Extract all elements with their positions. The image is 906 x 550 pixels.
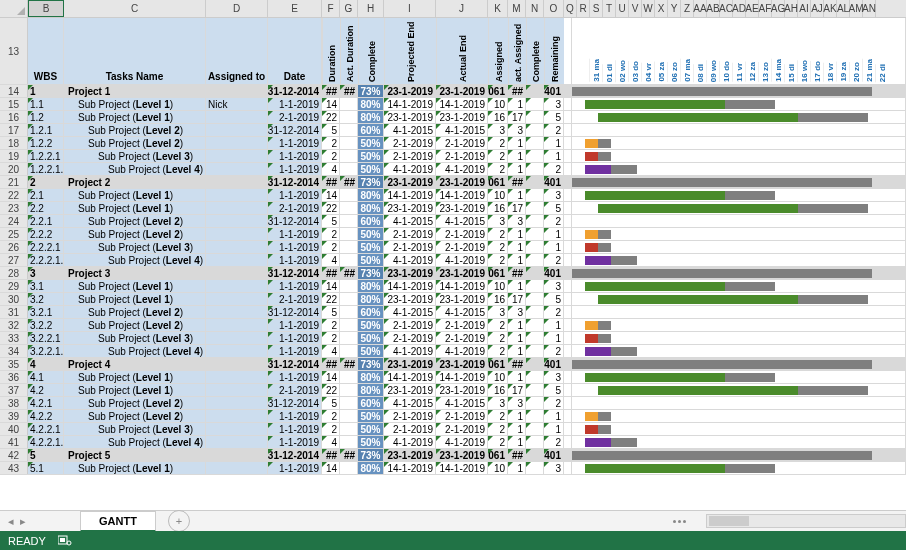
gantt-cell[interactable] (572, 267, 906, 279)
cell-complete-n[interactable] (526, 345, 544, 357)
gantt-cell[interactable] (572, 449, 906, 461)
cell-task-name[interactable]: Project 5 (64, 449, 206, 461)
col-AM[interactable]: AM (850, 0, 863, 17)
cell-assigned[interactable] (206, 384, 268, 396)
row-number[interactable]: 24 (0, 215, 28, 227)
col-V[interactable]: V (629, 0, 642, 17)
tab-nav-buttons[interactable]: ◂ ▸ (0, 515, 80, 528)
column-ruler[interactable]: BCDEFGHIJKMNOQRSTUVWXYZAAABACADAEAFAGAHA… (0, 0, 906, 18)
row-number[interactable]: 35 (0, 358, 28, 370)
cell-remaining[interactable]: 3 (544, 280, 564, 292)
cell-complete-n[interactable] (526, 371, 544, 383)
cell-date[interactable]: 31-12-2014 (268, 306, 322, 318)
cell-task-name[interactable]: Sub Project (Level 4) (64, 163, 206, 175)
cell-complete-n[interactable] (526, 150, 544, 162)
cell-projected-end[interactable]: 14-1-2019 (384, 189, 436, 201)
cell-complete[interactable]: 50% (358, 254, 384, 266)
cell-pct-assigned[interactable]: 1 (508, 98, 526, 110)
cell-assigned[interactable] (206, 150, 268, 162)
cell-remaining[interactable]: 1 (544, 137, 564, 149)
cell-complete[interactable]: 50% (358, 410, 384, 422)
cell-complete-n[interactable] (526, 358, 544, 370)
cell-assigned-n[interactable]: 10 (488, 189, 508, 201)
cell-pct-assigned[interactable]: 1 (508, 189, 526, 201)
cell-duration[interactable]: 4 (322, 345, 340, 357)
cell-pct-assigned[interactable]: 3 (508, 124, 526, 136)
row-number[interactable]: 31 (0, 306, 28, 318)
cell-task-name[interactable]: Project 1 (64, 85, 206, 97)
cell-wbs[interactable]: 1 (28, 85, 64, 97)
cell-assigned[interactable] (206, 124, 268, 136)
row-number[interactable]: 25 (0, 228, 28, 240)
cell-act-duration[interactable] (340, 189, 358, 201)
cell-remaining[interactable]: 5 (544, 384, 564, 396)
cell-date[interactable]: 1-1-2019 (268, 462, 322, 474)
cell-remaining[interactable]: 5 (544, 202, 564, 214)
cell-pct-assigned[interactable]: 1 (508, 332, 526, 344)
cell-remaining[interactable]: 401 (544, 267, 564, 279)
cell-complete-n[interactable] (526, 215, 544, 227)
cell-task-name[interactable]: Sub Project (Level 1) (64, 189, 206, 201)
cell-actual-end[interactable]: 4-1-2019 (436, 163, 488, 175)
cell-duration[interactable]: 2 (322, 228, 340, 240)
cell-wbs[interactable]: 5.1 (28, 462, 64, 474)
cell-actual-end[interactable]: 23-1-2019 (436, 202, 488, 214)
cell-actual-end[interactable]: 23-1-2019 (436, 384, 488, 396)
cell-complete[interactable]: 50% (358, 423, 384, 435)
spreadsheet-grid[interactable]: BCDEFGHIJKMNOQRSTUVWXYZAAABACADAEAFAGAHA… (0, 0, 906, 510)
cell-remaining[interactable]: 2 (544, 397, 564, 409)
cell-pct-assigned[interactable]: 1 (508, 228, 526, 240)
cell-projected-end[interactable]: 14-1-2019 (384, 280, 436, 292)
hdr-remaining[interactable]: Remaining (544, 18, 564, 84)
tab-gantt[interactable]: GANTT (80, 511, 156, 532)
cell-remaining[interactable]: 401 (544, 85, 564, 97)
cell-assigned-n[interactable]: 3 (488, 215, 508, 227)
col-H[interactable]: H (358, 0, 384, 17)
cell-projected-end[interactable]: 4-1-2019 (384, 436, 436, 448)
col-J[interactable]: J (436, 0, 488, 17)
cell-task-name[interactable]: Sub Project (Level 1) (64, 111, 206, 123)
cell-date[interactable]: 1-1-2019 (268, 280, 322, 292)
cell-projected-end[interactable]: 23-1-2019 (384, 384, 436, 396)
cell-duration[interactable]: 14 (322, 280, 340, 292)
tab-prev-icon[interactable]: ◂ (8, 515, 14, 528)
row-number[interactable]: 28 (0, 267, 28, 279)
col-O[interactable]: O (544, 0, 564, 17)
cell-remaining[interactable]: 2 (544, 306, 564, 318)
cell-assigned[interactable] (206, 111, 268, 123)
cell-complete[interactable]: 50% (358, 150, 384, 162)
cell-act-duration[interactable] (340, 228, 358, 240)
gantt-cell[interactable] (572, 384, 906, 396)
cell-date[interactable]: 31-12-2014 (268, 85, 322, 97)
hdr-act-duration[interactable]: Act. Duration (340, 18, 358, 84)
cell-complete[interactable]: 60% (358, 306, 384, 318)
cell-actual-end[interactable]: 14-1-2019 (436, 98, 488, 110)
cell-task-name[interactable]: Sub Project (Level 4) (64, 345, 206, 357)
table-row[interactable]: 343.2.2.1.1Sub Project (Level 4)1-1-2019… (0, 345, 906, 358)
cell-remaining[interactable]: 3 (544, 371, 564, 383)
cell-duration[interactable]: 5 (322, 306, 340, 318)
macro-record-icon[interactable] (58, 534, 72, 548)
row-number[interactable]: 22 (0, 189, 28, 201)
cell-date[interactable]: 2-1-2019 (268, 111, 322, 123)
gantt-cell[interactable] (572, 371, 906, 383)
cell-assigned-n[interactable]: 16 (488, 384, 508, 396)
col-X[interactable]: X (655, 0, 668, 17)
cell-wbs[interactable]: 4.2.1 (28, 397, 64, 409)
cell-assigned-n[interactable]: 16 (488, 111, 508, 123)
row-number[interactable]: 16 (0, 111, 28, 123)
gantt-date-headers[interactable]: 31 ma01 di02 wo03 do04 vr05 za06 zo07 ma… (572, 18, 906, 84)
gantt-cell[interactable] (572, 462, 906, 474)
cell-projected-end[interactable]: 4-1-2019 (384, 254, 436, 266)
cell-act-duration[interactable]: ## (340, 267, 358, 279)
cell-pct-assigned[interactable]: 17 (508, 202, 526, 214)
cell-date[interactable]: 1-1-2019 (268, 254, 322, 266)
col-T[interactable]: T (603, 0, 616, 17)
cell-wbs[interactable]: 1.1 (28, 98, 64, 110)
cell-date[interactable]: 1-1-2019 (268, 423, 322, 435)
cell-act-duration[interactable] (340, 124, 358, 136)
cell-task-name[interactable]: Sub Project (Level 1) (64, 384, 206, 396)
cell-pct-assigned[interactable]: 1 (508, 436, 526, 448)
col-AJ[interactable]: AJ (811, 0, 824, 17)
cell-pct-assigned[interactable]: 3 (508, 306, 526, 318)
